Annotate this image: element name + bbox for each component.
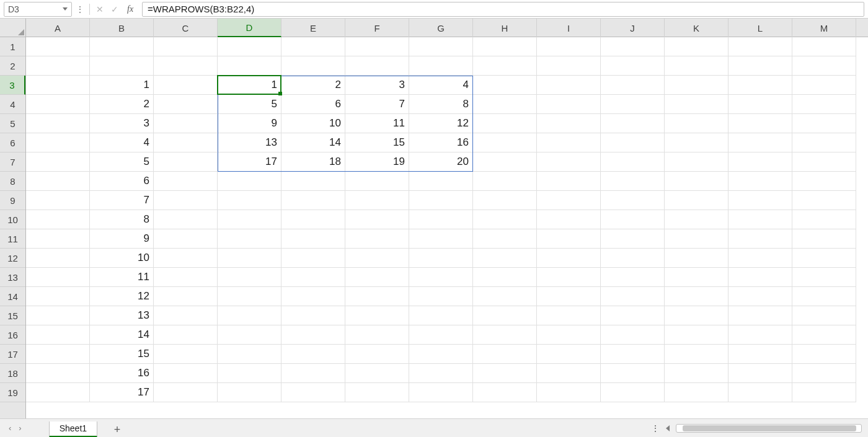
cell-E9[interactable] — [281, 191, 345, 210]
fx-icon[interactable]: fx — [123, 4, 137, 14]
cell-C5[interactable] — [154, 114, 218, 133]
cell-C7[interactable] — [154, 152, 218, 172]
cell-F13[interactable] — [345, 268, 409, 287]
cell-M18[interactable] — [792, 364, 856, 383]
cell-B12[interactable]: 10 — [90, 249, 154, 268]
cell-J2[interactable] — [601, 56, 665, 76]
scroll-left-icon[interactable] — [666, 425, 670, 431]
cell-I7[interactable] — [537, 152, 601, 172]
cell-E14[interactable] — [281, 287, 345, 306]
cell-M19[interactable] — [792, 383, 856, 402]
cell-C14[interactable] — [154, 287, 218, 306]
cell-C8[interactable] — [154, 172, 218, 191]
cell-C9[interactable] — [154, 191, 218, 210]
cell-K9[interactable] — [665, 191, 728, 210]
cell-K7[interactable] — [665, 152, 728, 172]
cell-A12[interactable] — [26, 249, 90, 268]
cell-H12[interactable] — [473, 249, 537, 268]
cell-H17[interactable] — [473, 345, 537, 364]
cell-B7[interactable]: 5 — [90, 152, 154, 172]
row-header-6[interactable]: 6 — [0, 133, 25, 152]
row-header-1[interactable]: 1 — [0, 37, 25, 56]
cell-M12[interactable] — [792, 249, 856, 268]
cell-B4[interactable]: 2 — [90, 95, 154, 114]
cell-M14[interactable] — [792, 287, 856, 306]
cell-J10[interactable] — [601, 210, 665, 229]
cell-M3[interactable] — [792, 76, 856, 95]
cell-M4[interactable] — [792, 95, 856, 114]
row-header-16[interactable]: 16 — [0, 325, 25, 345]
cell-A3[interactable] — [26, 76, 90, 95]
cell-D11[interactable] — [218, 229, 281, 249]
cell-J19[interactable] — [601, 383, 665, 402]
cell-M11[interactable] — [792, 229, 856, 249]
cell-A13[interactable] — [26, 268, 90, 287]
cell-B1[interactable] — [90, 37, 154, 56]
cell-F6[interactable]: 15 — [345, 133, 409, 152]
cell-A19[interactable] — [26, 383, 90, 402]
column-header-I[interactable]: I — [537, 19, 601, 37]
column-header-E[interactable]: E — [281, 19, 345, 37]
cell-E11[interactable] — [281, 229, 345, 249]
cell-F1[interactable] — [345, 37, 409, 56]
cell-L7[interactable] — [728, 152, 792, 172]
cell-K17[interactable] — [665, 345, 728, 364]
cell-E18[interactable] — [281, 364, 345, 383]
cell-G9[interactable] — [409, 191, 473, 210]
column-header-M[interactable]: M — [792, 19, 856, 37]
cell-I18[interactable] — [537, 364, 601, 383]
cell-L10[interactable] — [728, 210, 792, 229]
cell-C13[interactable] — [154, 268, 218, 287]
cell-C2[interactable] — [154, 56, 218, 76]
cell-G1[interactable] — [409, 37, 473, 56]
cell-E3[interactable]: 2 — [281, 76, 345, 95]
next-sheet-button[interactable]: › — [19, 423, 21, 433]
cell-B19[interactable]: 17 — [90, 383, 154, 402]
cell-J7[interactable] — [601, 152, 665, 172]
cell-M16[interactable] — [792, 325, 856, 345]
cell-D2[interactable] — [218, 56, 281, 76]
cell-M7[interactable] — [792, 152, 856, 172]
cancel-icon[interactable]: ✕ — [94, 3, 106, 15]
cell-D10[interactable] — [218, 210, 281, 229]
cell-J13[interactable] — [601, 268, 665, 287]
cell-F8[interactable] — [345, 172, 409, 191]
cell-I9[interactable] — [537, 191, 601, 210]
cell-C3[interactable] — [154, 76, 218, 95]
cell-G7[interactable]: 20 — [409, 152, 473, 172]
cell-J8[interactable] — [601, 172, 665, 191]
cell-H16[interactable] — [473, 325, 537, 345]
row-header-4[interactable]: 4 — [0, 95, 25, 114]
cell-C18[interactable] — [154, 364, 218, 383]
cell-E1[interactable] — [281, 37, 345, 56]
row-header-8[interactable]: 8 — [0, 172, 25, 191]
cell-A4[interactable] — [26, 95, 90, 114]
cell-G16[interactable] — [409, 325, 473, 345]
cell-H6[interactable] — [473, 133, 537, 152]
cell-H18[interactable] — [473, 364, 537, 383]
cell-K12[interactable] — [665, 249, 728, 268]
row-header-5[interactable]: 5 — [0, 114, 25, 133]
cell-F15[interactable] — [345, 306, 409, 325]
cell-D12[interactable] — [218, 249, 281, 268]
cell-G5[interactable]: 12 — [409, 114, 473, 133]
row-header-18[interactable]: 18 — [0, 364, 25, 383]
cell-E17[interactable] — [281, 345, 345, 364]
cell-H7[interactable] — [473, 152, 537, 172]
cell-H14[interactable] — [473, 287, 537, 306]
cell-K6[interactable] — [665, 133, 728, 152]
cell-A18[interactable] — [26, 364, 90, 383]
row-header-7[interactable]: 7 — [0, 152, 25, 172]
cell-C6[interactable] — [154, 133, 218, 152]
cell-A5[interactable] — [26, 114, 90, 133]
cell-D3[interactable]: 1 — [218, 76, 281, 95]
cell-A16[interactable] — [26, 325, 90, 345]
cell-H11[interactable] — [473, 229, 537, 249]
cell-H4[interactable] — [473, 95, 537, 114]
cell-G15[interactable] — [409, 306, 473, 325]
cell-J4[interactable] — [601, 95, 665, 114]
cell-H13[interactable] — [473, 268, 537, 287]
cell-F16[interactable] — [345, 325, 409, 345]
cell-E13[interactable] — [281, 268, 345, 287]
cell-E19[interactable] — [281, 383, 345, 402]
